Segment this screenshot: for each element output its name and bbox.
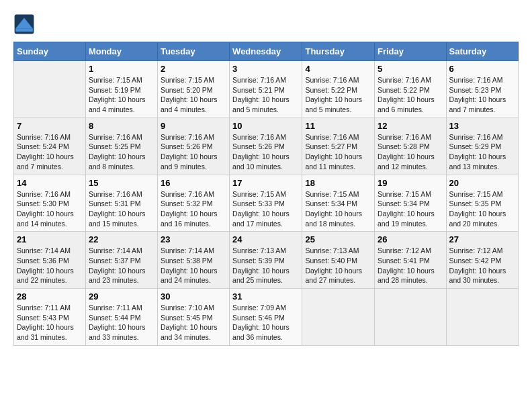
- day-info: Sunrise: 7:16 AMSunset: 5:24 PMDaylight:…: [17, 132, 83, 172]
- calendar-cell: 14Sunrise: 7:16 AMSunset: 5:30 PMDayligh…: [14, 175, 86, 232]
- weekday-header-row: SundayMondayTuesdayWednesdayThursdayFrid…: [14, 42, 519, 61]
- day-info: Sunrise: 7:14 AMSunset: 5:37 PMDaylight:…: [89, 246, 154, 285]
- day-info: Sunrise: 7:11 AMSunset: 5:43 PMDaylight:…: [17, 303, 83, 342]
- calendar-cell: 9Sunrise: 7:16 AMSunset: 5:26 PMDaylight…: [157, 118, 229, 175]
- day-info: Sunrise: 7:16 AMSunset: 5:26 PMDaylight:…: [232, 132, 299, 172]
- day-number: 21: [17, 234, 83, 244]
- calendar-cell: 24Sunrise: 7:13 AMSunset: 5:39 PMDayligh…: [230, 232, 302, 289]
- day-info: Sunrise: 7:15 AMSunset: 5:34 PMDaylight:…: [378, 189, 443, 229]
- calendar-cell: 28Sunrise: 7:11 AMSunset: 5:43 PMDayligh…: [14, 289, 86, 346]
- day-number: 3: [232, 64, 299, 74]
- calendar-cell: [446, 289, 518, 346]
- day-info: Sunrise: 7:16 AMSunset: 5:28 PMDaylight:…: [378, 132, 443, 172]
- calendar-week-row: 1Sunrise: 7:15 AMSunset: 5:19 PMDaylight…: [14, 61, 519, 118]
- weekday-header-monday: Monday: [85, 42, 157, 61]
- weekday-header-sunday: Sunday: [14, 42, 86, 61]
- day-info: Sunrise: 7:12 AMSunset: 5:41 PMDaylight:…: [378, 246, 443, 285]
- day-number: 31: [232, 291, 299, 302]
- calendar-cell: 26Sunrise: 7:12 AMSunset: 5:41 PMDayligh…: [375, 232, 447, 289]
- calendar-table: SundayMondayTuesdayWednesdayThursdayFrid…: [13, 42, 519, 346]
- day-number: 5: [378, 64, 443, 74]
- calendar-cell: 20Sunrise: 7:15 AMSunset: 5:35 PMDayligh…: [446, 175, 518, 232]
- day-info: Sunrise: 7:09 AMSunset: 5:46 PMDaylight:…: [232, 303, 299, 342]
- calendar-cell: 6Sunrise: 7:16 AMSunset: 5:23 PMDaylight…: [446, 61, 518, 118]
- day-info: Sunrise: 7:16 AMSunset: 5:22 PMDaylight:…: [305, 75, 371, 115]
- calendar-cell: 18Sunrise: 7:15 AMSunset: 5:34 PMDayligh…: [302, 175, 375, 232]
- weekday-header-thursday: Thursday: [302, 42, 375, 61]
- calendar-cell: 21Sunrise: 7:14 AMSunset: 5:36 PMDayligh…: [14, 232, 86, 289]
- day-number: 16: [161, 178, 226, 188]
- calendar-cell: [14, 61, 86, 118]
- day-number: 8: [89, 121, 154, 131]
- weekday-header-wednesday: Wednesday: [230, 42, 302, 61]
- day-number: 26: [378, 234, 443, 244]
- day-number: 13: [449, 121, 515, 131]
- day-number: 19: [378, 178, 443, 188]
- day-info: Sunrise: 7:16 AMSunset: 5:32 PMDaylight:…: [161, 189, 226, 229]
- day-number: 11: [305, 121, 371, 131]
- day-info: Sunrise: 7:16 AMSunset: 5:31 PMDaylight:…: [89, 189, 154, 229]
- calendar-cell: 17Sunrise: 7:15 AMSunset: 5:33 PMDayligh…: [230, 175, 302, 232]
- calendar-cell: 15Sunrise: 7:16 AMSunset: 5:31 PMDayligh…: [85, 175, 157, 232]
- calendar-cell: 1Sunrise: 7:15 AMSunset: 5:19 PMDaylight…: [85, 61, 157, 118]
- day-info: Sunrise: 7:16 AMSunset: 5:22 PMDaylight:…: [378, 75, 443, 115]
- day-info: Sunrise: 7:14 AMSunset: 5:38 PMDaylight:…: [161, 246, 226, 285]
- day-info: Sunrise: 7:15 AMSunset: 5:35 PMDaylight:…: [449, 189, 515, 229]
- calendar-week-row: 7Sunrise: 7:16 AMSunset: 5:24 PMDaylight…: [14, 118, 519, 175]
- day-number: 20: [449, 178, 515, 188]
- calendar-cell: 11Sunrise: 7:16 AMSunset: 5:27 PMDayligh…: [302, 118, 375, 175]
- weekday-header-saturday: Saturday: [446, 42, 518, 61]
- day-info: Sunrise: 7:11 AMSunset: 5:44 PMDaylight:…: [89, 303, 154, 342]
- day-number: 7: [17, 121, 83, 131]
- calendar-cell: 13Sunrise: 7:16 AMSunset: 5:29 PMDayligh…: [446, 118, 518, 175]
- logo-icon: [13, 13, 35, 35]
- calendar-cell: 7Sunrise: 7:16 AMSunset: 5:24 PMDaylight…: [14, 118, 86, 175]
- day-info: Sunrise: 7:16 AMSunset: 5:29 PMDaylight:…: [449, 132, 515, 172]
- day-number: 29: [89, 291, 154, 302]
- day-number: 24: [232, 234, 299, 244]
- calendar-cell: 22Sunrise: 7:14 AMSunset: 5:37 PMDayligh…: [85, 232, 157, 289]
- day-number: 10: [232, 121, 299, 131]
- calendar-cell: 5Sunrise: 7:16 AMSunset: 5:22 PMDaylight…: [375, 61, 447, 118]
- day-number: 4: [305, 64, 371, 74]
- day-info: Sunrise: 7:14 AMSunset: 5:36 PMDaylight:…: [17, 246, 83, 285]
- calendar-cell: [302, 289, 375, 346]
- day-number: 18: [305, 178, 371, 188]
- calendar-week-row: 14Sunrise: 7:16 AMSunset: 5:30 PMDayligh…: [14, 175, 519, 232]
- calendar-cell: 16Sunrise: 7:16 AMSunset: 5:32 PMDayligh…: [157, 175, 229, 232]
- calendar-cell: 23Sunrise: 7:14 AMSunset: 5:38 PMDayligh…: [157, 232, 229, 289]
- day-info: Sunrise: 7:15 AMSunset: 5:19 PMDaylight:…: [89, 75, 154, 115]
- day-number: 28: [17, 291, 83, 302]
- page-header: [13, 13, 519, 35]
- day-number: 9: [161, 121, 226, 131]
- calendar-cell: 4Sunrise: 7:16 AMSunset: 5:22 PMDaylight…: [302, 61, 375, 118]
- day-number: 25: [305, 234, 371, 244]
- calendar-week-row: 28Sunrise: 7:11 AMSunset: 5:43 PMDayligh…: [14, 289, 519, 346]
- calendar-cell: 25Sunrise: 7:13 AMSunset: 5:40 PMDayligh…: [302, 232, 375, 289]
- day-info: Sunrise: 7:12 AMSunset: 5:42 PMDaylight:…: [449, 246, 515, 285]
- weekday-header-tuesday: Tuesday: [157, 42, 229, 61]
- day-info: Sunrise: 7:16 AMSunset: 5:27 PMDaylight:…: [305, 132, 371, 172]
- day-info: Sunrise: 7:13 AMSunset: 5:39 PMDaylight:…: [232, 246, 299, 285]
- day-number: 17: [232, 178, 299, 188]
- day-info: Sunrise: 7:16 AMSunset: 5:30 PMDaylight:…: [17, 189, 83, 229]
- calendar-cell: 30Sunrise: 7:10 AMSunset: 5:45 PMDayligh…: [157, 289, 229, 346]
- calendar-week-row: 21Sunrise: 7:14 AMSunset: 5:36 PMDayligh…: [14, 232, 519, 289]
- calendar-cell: 19Sunrise: 7:15 AMSunset: 5:34 PMDayligh…: [375, 175, 447, 232]
- day-number: 14: [17, 178, 83, 188]
- day-number: 1: [89, 64, 154, 74]
- day-info: Sunrise: 7:16 AMSunset: 5:23 PMDaylight:…: [449, 75, 515, 115]
- day-info: Sunrise: 7:15 AMSunset: 5:33 PMDaylight:…: [232, 189, 299, 229]
- calendar-cell: 8Sunrise: 7:16 AMSunset: 5:25 PMDaylight…: [85, 118, 157, 175]
- svg-rect-2: [15, 28, 33, 32]
- day-number: 15: [89, 178, 154, 188]
- calendar-cell: 10Sunrise: 7:16 AMSunset: 5:26 PMDayligh…: [230, 118, 302, 175]
- day-info: Sunrise: 7:16 AMSunset: 5:21 PMDaylight:…: [232, 75, 299, 115]
- day-number: 6: [449, 64, 515, 74]
- day-info: Sunrise: 7:16 AMSunset: 5:26 PMDaylight:…: [161, 132, 226, 172]
- calendar-cell: 2Sunrise: 7:15 AMSunset: 5:20 PMDaylight…: [157, 61, 229, 118]
- day-number: 2: [161, 64, 226, 74]
- calendar-cell: 29Sunrise: 7:11 AMSunset: 5:44 PMDayligh…: [85, 289, 157, 346]
- day-info: Sunrise: 7:15 AMSunset: 5:20 PMDaylight:…: [161, 75, 226, 115]
- day-number: 27: [449, 234, 515, 244]
